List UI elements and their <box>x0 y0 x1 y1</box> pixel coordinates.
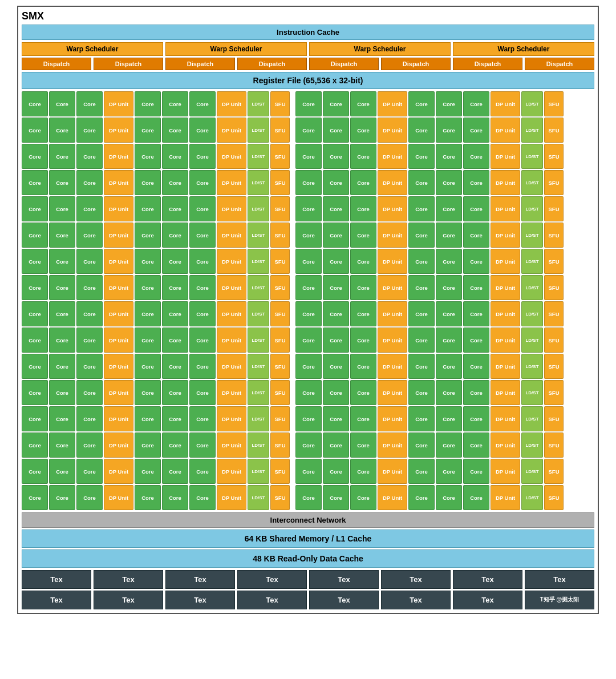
tex-5: Tex <box>309 570 379 589</box>
cell-ldst: LD/ST <box>248 354 269 379</box>
cell-core: Core <box>189 433 216 458</box>
cell-core: Core <box>189 249 216 274</box>
cell-core: Core <box>49 459 75 484</box>
cell-dp: DP Unit <box>217 91 246 116</box>
cell-dp: DP Unit <box>378 91 407 116</box>
cell-core: Core <box>463 301 489 326</box>
cell-core: Core <box>22 91 48 116</box>
warp-scheduler-row: Warp Scheduler Warp Scheduler Warp Sched… <box>22 42 594 56</box>
cell-sfu: SFU <box>270 406 290 431</box>
cell-ldst: LD/ST <box>248 118 269 143</box>
cell-core: Core <box>189 91 216 116</box>
cell-core: Core <box>76 485 103 510</box>
cell-core: Core <box>436 91 462 116</box>
tex-watermark: T知乎 @掘太阳 <box>525 591 594 609</box>
cell-core: Core <box>295 380 322 405</box>
cell-dp: DP Unit <box>491 170 520 195</box>
cell-core: Core <box>436 170 462 195</box>
cell-sfu: SFU <box>544 118 564 143</box>
cell-sfu: SFU <box>270 433 290 458</box>
cell-core: Core <box>295 459 322 484</box>
cell-sfu: SFU <box>270 354 290 379</box>
cell-core: Core <box>350 170 376 195</box>
interconnect-network: Interconnect Network <box>22 512 594 528</box>
cell-dp: DP Unit <box>491 249 520 274</box>
cell-core: Core <box>408 144 435 169</box>
cell-core: Core <box>22 354 48 379</box>
cell-dp: DP Unit <box>104 91 133 116</box>
cell-core: Core <box>76 223 103 248</box>
cell-ldst: LD/ST <box>521 380 543 405</box>
cell-core: Core <box>463 275 489 300</box>
cell-core: Core <box>76 406 103 431</box>
cell-dp: DP Unit <box>491 380 520 405</box>
cell-dp: DP Unit <box>104 380 133 405</box>
dispatch-7: Dispatch <box>453 58 522 70</box>
cell-core: Core <box>323 328 349 353</box>
cell-core: Core <box>135 118 161 143</box>
core-row: CoreCoreCoreDP UnitCoreCoreCoreDP UnitLD… <box>22 196 594 221</box>
cell-core: Core <box>463 223 489 248</box>
core-grid: CoreCoreCoreDP UnitCoreCoreCoreDP UnitLD… <box>22 91 594 510</box>
register-file: Register File (65,536 x 32-bit) <box>22 72 594 89</box>
cell-core: Core <box>463 354 489 379</box>
cell-ldst: LD/ST <box>248 144 269 169</box>
cell-ldst: LD/ST <box>248 485 269 510</box>
cell-core: Core <box>323 301 349 326</box>
cell-core: Core <box>76 380 103 405</box>
cell-core: Core <box>162 223 188 248</box>
cell-core: Core <box>22 485 48 510</box>
cell-core: Core <box>436 485 462 510</box>
cell-dp: DP Unit <box>104 170 133 195</box>
dispatch-5: Dispatch <box>309 58 379 70</box>
cell-core: Core <box>323 380 349 405</box>
cell-core: Core <box>189 459 216 484</box>
cell-core: Core <box>162 118 188 143</box>
cell-core: Core <box>135 170 161 195</box>
cell-core: Core <box>323 406 349 431</box>
cell-dp: DP Unit <box>217 196 246 221</box>
cell-core: Core <box>22 118 48 143</box>
cell-sfu: SFU <box>544 406 564 431</box>
cell-core: Core <box>295 144 322 169</box>
cell-core: Core <box>350 118 376 143</box>
cell-dp: DP Unit <box>104 144 133 169</box>
cell-ldst: LD/ST <box>521 249 543 274</box>
cell-dp: DP Unit <box>104 354 133 379</box>
cell-ldst: LD/ST <box>248 91 269 116</box>
cell-dp: DP Unit <box>378 459 407 484</box>
cell-core: Core <box>408 301 435 326</box>
warp-scheduler-4: Warp Scheduler <box>453 42 594 56</box>
cell-core: Core <box>189 406 216 431</box>
cell-core: Core <box>295 275 322 300</box>
cell-core: Core <box>162 354 188 379</box>
cell-core: Core <box>49 485 75 510</box>
cell-core: Core <box>436 223 462 248</box>
cell-core: Core <box>408 433 435 458</box>
cell-dp: DP Unit <box>104 249 133 274</box>
cell-core: Core <box>436 144 462 169</box>
cell-ldst: LD/ST <box>521 223 543 248</box>
cell-core: Core <box>350 433 376 458</box>
cell-core: Core <box>189 144 216 169</box>
cell-core: Core <box>350 196 376 221</box>
cell-core: Core <box>135 485 161 510</box>
cell-core: Core <box>49 91 75 116</box>
cell-sfu: SFU <box>270 91 290 116</box>
cell-ldst: LD/ST <box>521 196 543 221</box>
cell-core: Core <box>295 328 322 353</box>
cell-core: Core <box>189 170 216 195</box>
cell-dp: DP Unit <box>104 301 133 326</box>
cell-core: Core <box>135 196 161 221</box>
tex-13: Tex <box>309 591 379 609</box>
cell-core: Core <box>22 459 48 484</box>
cell-sfu: SFU <box>544 275 564 300</box>
cell-sfu: SFU <box>544 196 564 221</box>
cell-core: Core <box>189 223 216 248</box>
cell-dp: DP Unit <box>217 170 246 195</box>
cell-dp: DP Unit <box>378 118 407 143</box>
cell-dp: DP Unit <box>104 459 133 484</box>
cell-sfu: SFU <box>544 328 564 353</box>
cell-core: Core <box>295 433 322 458</box>
tex-1: Tex <box>22 570 91 589</box>
